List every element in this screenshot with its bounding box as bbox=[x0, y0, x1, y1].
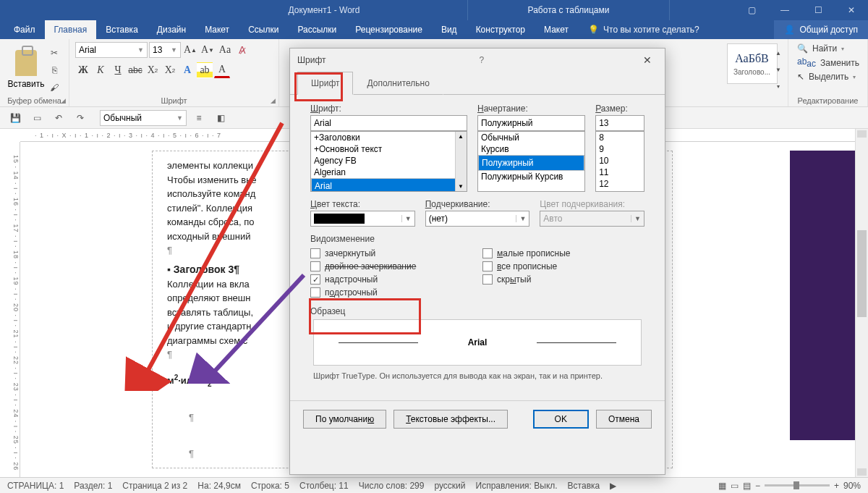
zoom-level[interactable]: 90% bbox=[843, 481, 861, 491]
status-column[interactable]: Столбец: 11 bbox=[299, 481, 349, 491]
list-item[interactable]: Arial bbox=[311, 178, 467, 192]
dialog-launcher-icon[interactable]: ◢ bbox=[61, 97, 66, 104]
status-insert[interactable]: Вставка bbox=[568, 481, 600, 491]
share-button[interactable]: 👤Общий доступ bbox=[774, 20, 868, 39]
font-color-select[interactable]: ▼ bbox=[310, 211, 415, 227]
change-case-button[interactable]: Aa bbox=[217, 42, 233, 58]
vertical-scrollbar[interactable] bbox=[855, 129, 868, 477]
list-item[interactable]: 11 bbox=[596, 167, 644, 178]
underline-select[interactable]: (нет)▼ bbox=[425, 211, 530, 227]
dialog-close-button[interactable]: ✕ bbox=[637, 51, 658, 69]
status-track[interactable]: Исправления: Выкл. bbox=[476, 481, 558, 491]
styles-down-button[interactable]: ▼ bbox=[770, 62, 786, 77]
checkbox-double-strike[interactable]: двойное зачеркивание bbox=[310, 260, 472, 273]
find-button[interactable]: 🔍Найти▾ bbox=[794, 42, 861, 55]
checkbox-subscript[interactable]: подстрочный bbox=[310, 286, 472, 299]
zoom-slider[interactable] bbox=[765, 484, 830, 486]
status-macro[interactable]: ▶ bbox=[610, 481, 616, 491]
outline-button[interactable]: ◧ bbox=[211, 109, 230, 127]
scroll-up-button[interactable] bbox=[857, 130, 867, 138]
status-line[interactable]: Строка: 5 bbox=[251, 481, 289, 491]
cancel-button[interactable]: Отмена bbox=[596, 410, 652, 429]
status-language[interactable]: русский bbox=[434, 481, 465, 491]
scroll-thumb[interactable] bbox=[857, 230, 867, 317]
cut-button[interactable]: ✂ bbox=[46, 45, 62, 61]
subscript-button[interactable]: X2 bbox=[145, 62, 161, 78]
tab-insert[interactable]: Вставка bbox=[96, 20, 148, 39]
list-item[interactable]: Полужирный Курсив bbox=[478, 171, 584, 182]
status-section[interactable]: Раздел: 1 bbox=[74, 481, 112, 491]
ok-button[interactable]: OK bbox=[533, 410, 589, 429]
bold-button[interactable]: Ж bbox=[75, 62, 91, 78]
copy-button[interactable]: ⎘ bbox=[46, 62, 62, 78]
list-item[interactable]: Обычный bbox=[478, 132, 584, 143]
styles-more-button[interactable]: ▾ bbox=[770, 78, 786, 94]
list-item[interactable]: Agency FB bbox=[311, 155, 467, 167]
size-list[interactable]: 8 9 10 11 12 bbox=[595, 131, 644, 192]
checkbox-smallcaps[interactable]: малые прописные bbox=[482, 247, 644, 260]
style-gallery-item[interactable]: АаБбВ Заголово... bbox=[727, 43, 778, 84]
tab-table-layout[interactable]: Макет bbox=[535, 20, 578, 39]
dialog-launcher-icon[interactable]: ◢ bbox=[271, 97, 276, 104]
list-item[interactable]: Algerian bbox=[311, 167, 467, 178]
strikethrough-button[interactable]: abc bbox=[127, 62, 143, 78]
list-item[interactable]: 12 bbox=[596, 178, 644, 190]
scroll-down-button[interactable] bbox=[857, 468, 867, 476]
font-list[interactable]: +Заголовки +Основной текст Agency FB Alg… bbox=[310, 131, 467, 192]
tab-file[interactable]: Файл bbox=[4, 20, 45, 39]
superscript-button[interactable]: X2 bbox=[162, 62, 178, 78]
text-effects-button[interactable]: Текстовые эффекты... bbox=[393, 410, 508, 429]
font-size-input[interactable] bbox=[595, 115, 644, 131]
select-button[interactable]: ↖Выделить▾ bbox=[794, 70, 861, 83]
tell-me[interactable]: 💡Что вы хотите сделать? bbox=[588, 20, 699, 39]
dialog-tab-font[interactable]: Шрифт bbox=[297, 72, 353, 95]
undo-button[interactable]: ↶ bbox=[49, 109, 68, 127]
help-button[interactable]: ? bbox=[473, 52, 490, 68]
format-painter-button[interactable]: 🖌 bbox=[46, 80, 62, 96]
tab-home[interactable]: Главная bbox=[45, 20, 97, 39]
status-page[interactable]: СТРАНИЦА: 1 bbox=[7, 481, 64, 491]
highlight-button[interactable]: ab bbox=[197, 62, 213, 78]
list-item[interactable]: +Основной текст bbox=[311, 143, 467, 155]
clear-formatting-button[interactable]: A̷ bbox=[234, 42, 250, 58]
dialog-tab-advanced[interactable]: Дополнительно bbox=[353, 72, 443, 95]
maximize-button[interactable]: ☐ bbox=[801, 0, 835, 20]
default-button[interactable]: По умолчанию bbox=[303, 410, 386, 429]
close-button[interactable]: ✕ bbox=[835, 0, 868, 20]
list-item[interactable]: 8 bbox=[596, 132, 644, 143]
checkbox-hidden[interactable]: скрытый bbox=[482, 273, 644, 286]
font-color-button[interactable]: A bbox=[214, 62, 230, 78]
shrink-font-button[interactable]: A▼ bbox=[200, 42, 216, 58]
tab-view[interactable]: Вид bbox=[432, 20, 467, 39]
font-size-select[interactable]: 13▼ bbox=[149, 42, 181, 58]
italic-button[interactable]: К bbox=[93, 62, 109, 78]
list-item[interactable]: 9 bbox=[596, 143, 644, 155]
redo-button[interactable]: ↷ bbox=[71, 109, 90, 127]
font-style-input[interactable] bbox=[477, 115, 585, 131]
grow-font-button[interactable]: A▲ bbox=[182, 42, 198, 58]
new-button[interactable]: ▭ bbox=[27, 109, 46, 127]
view-web-button[interactable]: ▤ bbox=[743, 481, 751, 491]
status-pageof[interactable]: Страница 2 из 2 bbox=[122, 481, 187, 491]
list-item[interactable]: 10 bbox=[596, 155, 644, 167]
save-button[interactable]: 💾 bbox=[6, 109, 25, 127]
vertical-ruler[interactable]: 15 · 14 · ı · 16 · ı · 17 · ı · 18 · ı ·… bbox=[0, 142, 20, 477]
style-select[interactable]: Обычный▼ bbox=[100, 110, 187, 126]
list-item[interactable]: Курсив bbox=[478, 143, 584, 155]
tab-references[interactable]: Ссылки bbox=[239, 20, 288, 39]
replace-button[interactable]: abacЗаменить bbox=[794, 55, 861, 70]
checkbox-allcaps[interactable]: все прописные bbox=[482, 260, 644, 273]
zoom-out-button[interactable]: − bbox=[755, 481, 760, 491]
checkbox-superscript[interactable]: ✓надстрочный bbox=[310, 273, 472, 286]
list-item[interactable]: Полужирный bbox=[478, 155, 584, 171]
tab-review[interactable]: Рецензирование bbox=[346, 20, 432, 39]
status-at[interactable]: На: 24,9см bbox=[197, 481, 241, 491]
paste-button[interactable]: Вставить bbox=[6, 42, 46, 94]
tab-layout[interactable]: Макет bbox=[195, 20, 239, 39]
tab-table-design[interactable]: Конструктор bbox=[467, 20, 535, 39]
styles-up-button[interactable]: ▲ bbox=[770, 45, 786, 61]
underline-button[interactable]: Ч bbox=[110, 62, 126, 78]
tab-design[interactable]: Дизайн bbox=[148, 20, 195, 39]
font-name-select[interactable]: Arial▼ bbox=[75, 42, 148, 58]
text-effects-button[interactable]: A bbox=[179, 62, 195, 78]
